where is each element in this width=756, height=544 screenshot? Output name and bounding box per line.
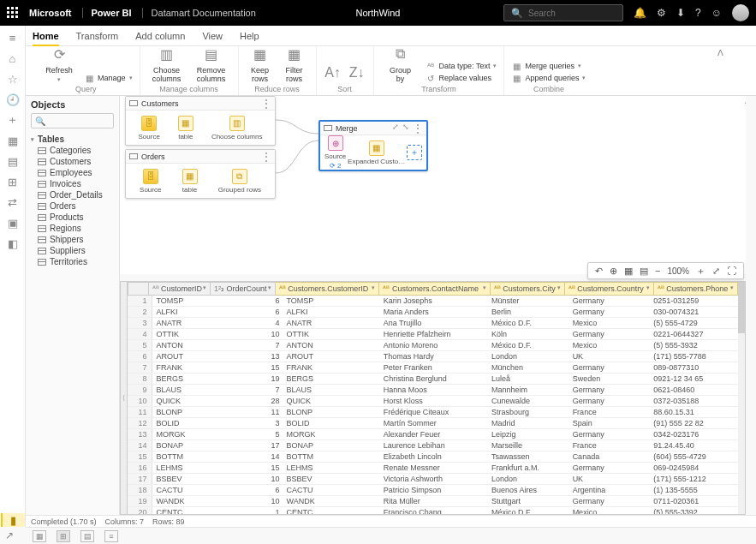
- notifications-icon[interactable]: 🔔: [634, 7, 646, 19]
- column-menu-icon[interactable]: ▾: [557, 284, 561, 291]
- table-row[interactable]: 5ANTON7ANTONAntonio MorenoMéxico D.F.Mex…: [128, 340, 738, 351]
- tree-item[interactable]: Categories: [31, 145, 114, 156]
- more-icon[interactable]: ⋮: [261, 151, 271, 163]
- table-row[interactable]: 7FRANK15FRANKPeter FrankenMünchenGermany…: [128, 362, 738, 374]
- table-row[interactable]: 4OTTIK10OTTIKHenriette PfalzheimKölnGerm…: [128, 329, 738, 340]
- table-row[interactable]: 2ALFKI6ALFKIMaria AndersBerlinGermany030…: [128, 307, 738, 318]
- more-icon[interactable]: ⋮: [261, 98, 271, 110]
- scroll-up-icon[interactable]: ᐱ: [745, 96, 746, 105]
- table-row[interactable]: 6AROUT13AROUTThomas HardyLondonUK(171) 5…: [128, 351, 738, 362]
- step-choose-columns[interactable]: ▥Choose columns: [211, 116, 263, 140]
- column-menu-icon[interactable]: ▾: [372, 284, 375, 291]
- tree-item[interactable]: Territories: [31, 256, 114, 267]
- column-header[interactable]: ᴬᴮ Customers.Country▾: [564, 283, 653, 296]
- column-header[interactable]: ᴬᴮ Customers.ContactName▾: [379, 283, 490, 296]
- tree-item[interactable]: Orders: [31, 200, 114, 212]
- column-header[interactable]: ᴬᴮ Customers.CustomerID▾: [275, 283, 379, 296]
- step-expanded[interactable]: ▦Expanded Custo…: [348, 140, 405, 165]
- table-row[interactable]: 8BERGS19BERGSChristina BerglundLuleåSwed…: [128, 374, 738, 385]
- deployment-icon[interactable]: ⇄: [6, 195, 20, 209]
- view-data-icon[interactable]: ▦: [33, 530, 46, 542]
- table-row[interactable]: 13MORGK5MORGKAlexander FeuerLeipzigGerma…: [128, 429, 738, 440]
- objects-search[interactable]: 🔍: [31, 113, 114, 129]
- zoom-out-icon[interactable]: −: [655, 266, 660, 276]
- breadcrumb[interactable]: Datamart Documentation: [142, 8, 256, 18]
- column-menu-icon[interactable]: ▾: [730, 284, 734, 291]
- download-icon[interactable]: ⬇: [676, 7, 685, 19]
- tree-item[interactable]: Employees: [31, 167, 114, 178]
- tab-add-column[interactable]: Add column: [135, 26, 185, 46]
- tree-item[interactable]: Regions: [31, 223, 114, 234]
- step-grouped-rows[interactable]: ⧉Grouped rows: [218, 169, 261, 194]
- refresh-button[interactable]: ⟳ Refresh ▾: [39, 44, 79, 83]
- table-row[interactable]: 16LEHMS15LEHMSRenate MessnerFrankfurt a.…: [128, 463, 738, 474]
- table-row[interactable]: 20CENTC1CENTCFrancisco ChangMéxico D.F.M…: [128, 507, 738, 515]
- table-row[interactable]: 18CACTU6CACTUPatricio SimpsonBuenos Aire…: [128, 485, 738, 496]
- home-icon[interactable]: ⌂: [6, 51, 20, 65]
- merge-queries-button[interactable]: ▦Merge queries▾: [511, 61, 586, 71]
- column-menu-icon[interactable]: ▾: [483, 284, 486, 291]
- sort-desc-button[interactable]: Z↓: [348, 63, 366, 83]
- column-menu-icon[interactable]: ▾: [203, 284, 206, 291]
- query-node-orders[interactable]: Orders⋮ 🗄Source ▦table ⧉Grouped rows: [125, 149, 276, 199]
- tab-transform[interactable]: Transform: [76, 26, 119, 46]
- metrics-icon[interactable]: ▤: [6, 154, 20, 168]
- table-row[interactable]: 19WANDK10WANDKRita MüllerStuttgartGerman…: [128, 496, 738, 507]
- sort-asc-button[interactable]: A↑: [324, 63, 342, 83]
- column-header[interactable]: ᴬᴮ CustomerID▾: [148, 283, 210, 296]
- filter-rows-button[interactable]: ▦Filter rows: [280, 44, 309, 83]
- settings-icon[interactable]: ⚙: [657, 7, 666, 19]
- choose-columns-button[interactable]: ▥Choose columns: [147, 44, 187, 83]
- expand-panel-icon[interactable]: ↗: [5, 529, 14, 541]
- table-row[interactable]: 14BONAP17BONAPLaurence LebihanMarseilleF…: [128, 440, 738, 451]
- scrollbar-thumb[interactable]: [738, 282, 745, 333]
- manage-button[interactable]: ▦ Manage ▾: [84, 73, 133, 83]
- group-by-button[interactable]: ⧉Group by: [381, 44, 420, 83]
- table-row[interactable]: 15BOTTM14BOTTMElizabeth LincolnTsawassen…: [128, 451, 738, 463]
- apps-icon[interactable]: ⊞: [6, 175, 20, 188]
- tree-item[interactable]: Suppliers: [31, 245, 114, 256]
- layout-icon[interactable]: ▤: [640, 266, 648, 277]
- tree-parent-tables[interactable]: ▾Tables: [31, 134, 114, 145]
- fit-icon[interactable]: ⊕: [610, 266, 617, 277]
- table-row[interactable]: 17BSBEV10BSBEVVictoria AshworthLondonUK(…: [128, 474, 738, 485]
- help-icon[interactable]: ?: [695, 7, 701, 19]
- tree-item[interactable]: Shippers: [31, 234, 114, 245]
- column-header[interactable]: 1²₃ OrderCount▾: [211, 283, 276, 296]
- diagram-canvas[interactable]: Customers⋮ 🗄Source ▦table ▥Choose column…: [120, 96, 746, 274]
- step-source[interactable]: ⊕Source⟳ 2: [324, 135, 346, 170]
- column-menu-icon[interactable]: ▾: [646, 284, 650, 291]
- learn-icon[interactable]: ▣: [6, 216, 20, 230]
- expand-icon[interactable]: ⤢: [392, 123, 399, 135]
- query-node-customers[interactable]: Customers⋮ 🗄Source ▦table ▥Choose column…: [125, 96, 276, 146]
- tab-home[interactable]: Home: [33, 26, 59, 46]
- vertical-scrollbar[interactable]: [738, 282, 745, 514]
- table-row[interactable]: 3ANATR4ANATRAna TrujilloMéxico D.F.Mexic…: [128, 318, 738, 329]
- replace-values-button[interactable]: ↺Replace values: [426, 73, 497, 83]
- collapse-icon[interactable]: ⤡: [402, 123, 409, 135]
- column-header[interactable]: ᴬᴮ Customers.City▾: [490, 283, 564, 296]
- tab-view[interactable]: View: [202, 26, 223, 46]
- tree-item[interactable]: Order_Details: [31, 189, 114, 200]
- query-node-merge[interactable]: Merge ⤢ ⤡ ⋮ ⊕Source⟳ 2 ▦Expanded Custo… …: [318, 120, 428, 171]
- table-row[interactable]: 12BOLID3BOLIDMartín SommerMadridSpain(91…: [128, 418, 738, 429]
- fullscreen-icon[interactable]: ⛶: [727, 266, 736, 276]
- column-header[interactable]: ᴬᴮ Customers.Phone▾: [653, 283, 737, 296]
- current-workspace-icon[interactable]: ▮: [1, 513, 25, 527]
- table-row[interactable]: 10QUICK28QUICKHorst KlossCunewaldeGerman…: [128, 396, 738, 407]
- step-source[interactable]: 🗄Source: [140, 169, 161, 194]
- search-input[interactable]: [528, 9, 614, 18]
- data-type-button[interactable]: ᴬᴮData type: Text▾: [426, 61, 497, 71]
- hamburger-icon[interactable]: ≡: [6, 31, 20, 45]
- user-avatar[interactable]: [732, 4, 749, 21]
- table-row[interactable]: 1TOMSP6TOMSPKarin JosephsMünsterGermany0…: [128, 296, 738, 307]
- workspaces-icon[interactable]: ◧: [6, 236, 20, 250]
- tab-help[interactable]: Help: [240, 26, 259, 46]
- keep-rows-button[interactable]: ▦Keep rows: [246, 44, 275, 83]
- view-schema-icon[interactable]: ▤: [80, 530, 94, 542]
- zoom-in-icon[interactable]: ＋: [696, 265, 705, 278]
- append-queries-button[interactable]: ▦Append queries▾: [511, 73, 586, 83]
- more-icon[interactable]: ⋮: [413, 123, 423, 135]
- undo-icon[interactable]: ↶: [595, 266, 603, 277]
- step-add[interactable]: ＋: [407, 145, 422, 160]
